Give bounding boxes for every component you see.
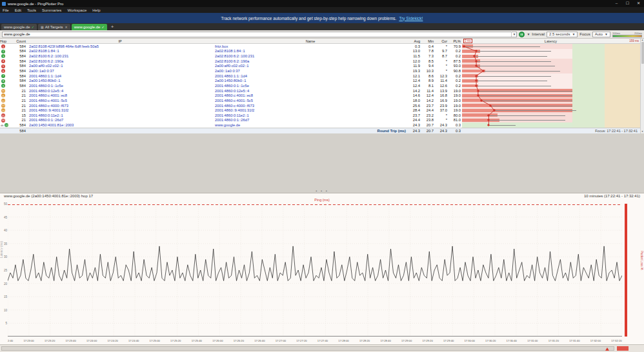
table-row[interactable]: 13212001:4860:c:4000::f6732001:4860:c:40… [0,103,640,108]
ip-cell[interactable]: 2001:4860:c:4000::f673 [27,104,213,108]
round-trip-row[interactable]: 584 Round Trip (ms) 24.3 20.7 24.3 0.3 F… [0,128,640,133]
col-header-name[interactable]: Name [213,39,408,43]
ip-cell[interactable]: 2a00:1450:4001:81e::2003 [27,123,213,127]
start-stop-button[interactable] [519,32,525,37]
latency-range-whisker [488,125,515,126]
col-header-count[interactable]: Count [10,39,27,43]
name-cell[interactable]: 2001:4860:0:11e2::1 [213,113,408,117]
interval-select[interactable]: 2.5 seconds ▼ [547,32,578,37]
tab-all-targets[interactable]: ▦ All Targets ✕ [38,24,70,30]
col-header-hop[interactable]: Hop [0,39,10,43]
menu-item-summaries[interactable]: Summaries [42,8,61,12]
col-header-cur[interactable]: Cur [435,39,448,43]
chevron-down-icon[interactable]: ▼ [511,32,516,37]
table-row[interactable]: 14212001:4860::9:4001:31f22001:4860::9:4… [0,108,640,113]
ip-cell[interactable]: 2001:4860:c:4001::ec8 [27,93,213,97]
table-row[interactable]: 15152001:4860:0:11e2::12001:4860:0:11e2:… [0,113,640,118]
latency-color-legend: 100ms 200ms [612,32,642,37]
ip-cell[interactable]: 2001:4860::9:4001:31f2 [27,108,213,112]
table-row[interactable]: 45842a02:8100:6:2::190a2a02:8100:6:2::19… [0,59,640,64]
latency-cell [462,113,640,118]
table-row[interactable]: 15842a02:8108:423f:b898:464e:6dff:feeb:5… [0,44,640,49]
y-tick-label: 15 [4,295,7,298]
table-row[interactable]: 35842a02:8100:6:2::100:2312a02:8100:6:2:… [0,54,640,59]
menu-item-workspace[interactable]: Workspace [67,8,86,12]
menu-item-edit[interactable]: Edit [15,8,21,12]
tab-target-1[interactable]: www.google.de ✓ [1,24,37,30]
ip-cell[interactable]: 2a02:8108:423f:b898:464e:6dff:feeb:50a5 [27,44,213,48]
name-cell[interactable]: 2001:4860::9:4001:31f2 [213,108,408,112]
timeline-scroll-thumb[interactable] [1,346,614,351]
name-cell[interactable]: fritz.box [213,44,408,48]
table-row[interactable]: 75842001:4860:1:1::1d42001:4860:1:1::1d4… [0,73,640,79]
menu-item-tools[interactable]: Tools [27,8,36,12]
table-row[interactable]: db175842a00:1450:4001:81e::2003www.googl… [0,122,640,128]
name-cell[interactable]: 2001:4860:c:4001::ec8 [213,93,408,97]
ip-cell[interactable]: 2001:4860:0:12e5::4 [27,89,213,93]
new-tab-button[interactable]: + [108,24,117,30]
name-cell[interactable]: www.google.de [213,123,408,127]
y-tick-label: 45 [4,215,7,219]
table-row[interactable]: 65842a00::1a0:0:372a00::1a0:0:3719.310.3… [0,68,640,73]
ip-cell[interactable]: 2a00:aff0:c02:c02::1 [27,64,213,68]
ip-cell[interactable]: 2001:4860:1:1::1d4 [27,74,213,78]
timeline-scrollbar[interactable] [0,344,644,352]
close-button[interactable]: ✕ [633,0,644,7]
scroll-down-icon[interactable]: ▼ [641,130,643,133]
menu-item-file[interactable]: File [3,8,9,12]
table-row[interactable]: 16212001:4860:0:1::26d72001:4860:0:1::26… [0,118,640,123]
name-cell[interactable]: 2001:4860:0:12e5::4 [213,89,408,93]
table-row[interactable]: 25842a02:8108:1:84::12a02:8108:1:84::113… [0,49,640,54]
ip-cell[interactable]: 2a02:8108:1:84::1 [27,49,213,53]
name-cell[interactable]: 2001:4860:0:1::1c5e [213,84,408,88]
ip-cell[interactable]: 2a00::1a0:0:37 [27,69,213,73]
minimize-button[interactable]: – [611,0,622,7]
latency-range-whisker [476,66,554,66]
tab-target-active[interactable]: www.google.de ✓ [72,24,107,30]
sidekick-link[interactable]: Try Sidekick! [399,16,423,21]
avg-cell: 13.0 [408,49,421,53]
col-header-pl[interactable]: PL% [448,39,462,43]
latency-range-whisker [476,76,551,77]
col-header-avg[interactable]: Avg [408,39,421,43]
ip-cell[interactable]: 2a00:1450:80b0::1 [27,79,213,83]
focus-select[interactable]: Auto ▼ [592,32,610,37]
ip-cell[interactable]: 2001:4860:0:11e2::1 [27,113,213,117]
name-cell[interactable]: 2001:4860:c:4000::f673 [213,104,408,108]
table-row[interactable]: 55842a00:aff0:c02:c02::12a00:aff0:c02:c0… [0,64,640,69]
table-row[interactable]: 11212001:4860:c:4001::ec82001:4860:c:400… [0,93,640,98]
latency-range-whisker [488,120,565,121]
name-cell[interactable]: 2001:4860:1:1::1d4 [213,74,408,78]
name-cell[interactable]: 2a02:8100:6:2::100:231 [213,54,408,58]
name-cell[interactable]: 2a00:aff0:c02:c02::1 [213,64,408,68]
name-cell[interactable]: 2001:4860:0:1::26d7 [213,118,408,122]
menu-item-help[interactable]: Help [92,8,100,12]
name-cell[interactable]: 2a02:8100:6:2::190a [213,59,408,63]
ip-cell[interactable]: 2a02:8100:6:2::190a [27,59,213,63]
ip-cell[interactable]: 2001:4860:0:1::26d7 [27,118,213,122]
cur-cell: * [435,64,448,68]
focus-marker-icon[interactable] [605,347,609,351]
scrollbar-thumb[interactable] [641,42,644,64]
col-header-min[interactable]: Min [421,39,435,43]
chevron-down-icon[interactable]: ▼ [527,32,530,36]
table-row[interactable]: 10212001:4860:0:12e5::42001:4860:0:12e5:… [0,88,640,93]
chevron-down-icon: ▼ [605,32,608,36]
name-cell[interactable]: 2a02:8108:1:84::1 [213,49,408,53]
table-scrollbar[interactable]: ▲ ▼ [640,39,644,133]
timeline-plot[interactable] [8,204,622,337]
table-row[interactable]: 85842a00:1450:80b0::12a00:1450:80b0::112… [0,78,640,83]
target-input[interactable] [3,32,511,37]
table-row[interactable]: 12212001:4860:c:4001::5c52001:4860:c:400… [0,98,640,103]
ip-cell[interactable]: 2a02:8100:6:2::100:231 [27,54,213,58]
name-cell[interactable]: 2001:4860:c:4001::5c5 [213,99,408,103]
ip-cell[interactable]: 2001:4860:0:1::1c5e [27,84,213,88]
close-tab-icon[interactable]: ✕ [65,25,68,29]
name-cell[interactable]: 2a00::1a0:0:37 [213,69,408,73]
ip-cell[interactable]: 2001:4860:c:4001::5c5 [27,99,213,103]
table-row[interactable]: 95842001:4860:0:1::1c5e2001:4860:0:1::1c… [0,83,640,88]
col-header-ip[interactable]: IP [27,39,213,43]
name-cell[interactable]: 2a00:1450:80b0::1 [213,79,408,83]
col-header-latency[interactable]: 0 ms Latency 159 ms [462,39,640,43]
maximize-button[interactable]: ☐ [622,0,633,7]
